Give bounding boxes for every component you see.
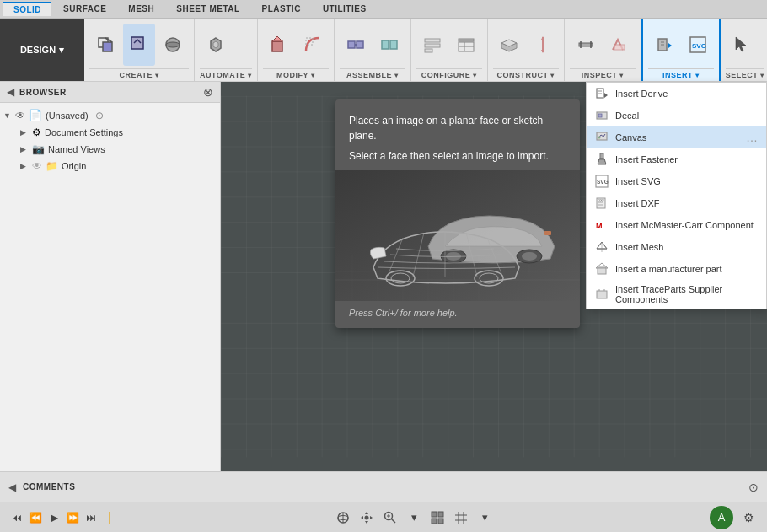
insert-icons: SVG [648, 22, 714, 67]
menu-decal[interactable]: Decal [587, 105, 766, 126]
modify-btn-2[interactable] [297, 24, 329, 66]
skip-to-start-btn[interactable]: ⏮ [8, 509, 25, 526]
insert-label[interactable]: INSERT ▾ [648, 68, 714, 79]
svg-rect-70 [600, 153, 603, 159]
skip-to-end-btn[interactable]: ⏭ [83, 509, 99, 526]
construct-label[interactable]: CONSTRUCT ▾ [493, 68, 559, 79]
insert-btn-1[interactable] [648, 24, 680, 66]
expand-named-views[interactable]: ▶ [20, 145, 29, 153]
configure-icons [416, 22, 482, 67]
browser-title: BROWSER [19, 88, 67, 97]
expand-doc-settings[interactable]: ▶ [20, 128, 29, 137]
svg-text:DXF: DXF [598, 198, 605, 202]
unsaved-badge: ⊙ [95, 110, 104, 121]
inspect-label[interactable]: INSPECT ▾ [570, 68, 636, 79]
configure-btn-2[interactable] [450, 24, 482, 66]
tab-sheet-metal[interactable]: SHEET METAL [166, 3, 249, 15]
assemble-btn-1[interactable] [340, 24, 372, 66]
comments-settings-icon[interactable]: ⊙ [748, 481, 759, 494]
menu-insert-fastener[interactable]: Insert Fastener [587, 148, 766, 170]
menu-decal-label: Decal [615, 110, 639, 121]
select-label[interactable]: SELECT ▾ [726, 68, 764, 79]
select-btn[interactable] [726, 24, 758, 66]
assemble-btn-2[interactable] [373, 24, 405, 66]
svg-point-51 [522, 252, 537, 261]
svg-rect-6 [272, 41, 282, 51]
svg-marker-34 [736, 37, 746, 51]
visibility-icon[interactable]: 👁 [15, 110, 25, 121]
menu-insert-svg[interactable]: SVG Insert SVG [587, 170, 766, 192]
grid-btn[interactable] [451, 508, 471, 528]
menu-insert-traceparts[interactable]: Insert TraceParts Supplier Components [587, 280, 766, 309]
comments-label: COMMENTS [23, 482, 75, 492]
svg-point-49 [446, 252, 461, 261]
settings-gear-icon[interactable]: ⚙ [738, 508, 759, 528]
browser-panel: ◀ BROWSER ⊗ ▼ 👁 📄 (Unsaved) ⊙ ▶ ⚙ Docume… [0, 82, 221, 471]
account-icon[interactable]: A [710, 506, 733, 529]
tab-solid[interactable]: SOLID [3, 2, 51, 16]
create-label[interactable]: CREATE ▾ [89, 68, 189, 79]
browser-item-named-views[interactable]: ▶ 📷 Named Views [0, 141, 220, 158]
automate-label[interactable]: AUTOMATE ▾ [200, 68, 252, 79]
display-mode-btn[interactable] [427, 508, 448, 528]
collapse-arrow[interactable]: ◀ [8, 481, 16, 493]
menu-canvas[interactable]: Canvas … [587, 126, 766, 148]
unsaved-doc-icon: 📄 [29, 109, 42, 121]
menu-canvas-label: Canvas [615, 132, 646, 142]
configure-label[interactable]: CONFIGURE ▾ [416, 68, 482, 79]
menu-insert-mesh[interactable]: Insert Mesh [587, 236, 766, 258]
menu-insert-mcmaster[interactable]: M Insert McMaster-Carr Component [587, 214, 766, 236]
pan-btn[interactable] [357, 508, 377, 528]
tooltip-popup: Places an image on a planar face or sket… [335, 99, 580, 328]
joint-icon [346, 35, 366, 55]
tab-mesh[interactable]: MESH [118, 3, 164, 15]
orbit-btn[interactable] [333, 508, 353, 528]
menu-insert-dxf[interactable]: DXF Insert DXF [587, 192, 766, 214]
modify-btn-1[interactable] [263, 24, 295, 66]
create-btn-2[interactable] [123, 24, 155, 66]
tab-utilities[interactable]: UTILITIES [313, 3, 377, 15]
origin-vis-icon[interactable]: 👁 [32, 160, 42, 172]
tab-plastic[interactable]: PLASTIC [252, 3, 311, 15]
create-btn-3[interactable] [157, 24, 189, 66]
browser-item-doc-settings[interactable]: ▶ ⚙ Document Settings [0, 124, 220, 141]
origin-folder-icon: 📁 [46, 160, 58, 172]
modify-caret: ▾ [311, 72, 315, 79]
browser-item-origin[interactable]: ▶ 👁 📁 Origin [0, 158, 220, 175]
modify-label[interactable]: MODIFY ▾ [263, 68, 329, 79]
step-back-btn[interactable]: ⏪ [27, 509, 44, 526]
svg-marker-22 [541, 36, 544, 40]
doc-settings-label: Document Settings [45, 127, 123, 137]
insert-svg-icon: SVG [688, 35, 708, 55]
inspect-btn-2[interactable] [603, 24, 636, 66]
svg-rect-87 [597, 291, 607, 298]
play-btn[interactable]: ▶ [46, 509, 62, 526]
assemble-label[interactable]: ASSEMBLE ▾ [340, 68, 405, 79]
automate-btn[interactable] [200, 24, 232, 66]
grid-dropdown-btn[interactable]: ▾ [475, 508, 495, 528]
construct-icons [493, 22, 559, 67]
design-dropdown[interactable]: DESIGN ▾ [0, 19, 84, 81]
construct-btn-2[interactable] [527, 24, 559, 66]
svg-marker-95 [361, 516, 363, 519]
expand-origin[interactable]: ▶ [20, 162, 29, 170]
construct-btn-1[interactable] [493, 24, 525, 66]
tab-surface[interactable]: SURFACE [53, 3, 116, 15]
browser-item-unsaved[interactable]: ▼ 👁 📄 (Unsaved) ⊙ [0, 106, 220, 124]
step-forward-btn[interactable]: ⏩ [64, 509, 81, 526]
zoom-btn[interactable] [380, 508, 400, 528]
svg-marker-23 [541, 50, 544, 53]
inspect-btn-1[interactable] [570, 24, 602, 66]
create-btn-1[interactable] [89, 24, 121, 66]
zoom-dropdown-btn[interactable]: ▾ [404, 508, 424, 528]
expand-unsaved[interactable]: ▼ [3, 111, 12, 120]
insert-svg-menu-icon: SVG [595, 175, 609, 188]
insert-btn-2[interactable]: SVG [682, 24, 714, 66]
browser-close-icon[interactable]: ⊗ [203, 85, 213, 99]
menu-insert-derive[interactable]: Insert Derive [587, 83, 766, 105]
section-insert: SVG INSERT ▾ [641, 19, 721, 81]
configure-btn-1[interactable] [416, 24, 448, 66]
browser-back-arrow[interactable]: ◀ [7, 86, 14, 98]
menu-insert-manufacturer[interactable]: Insert a manufacturer part [587, 258, 766, 280]
svg-rect-68 [597, 132, 607, 140]
